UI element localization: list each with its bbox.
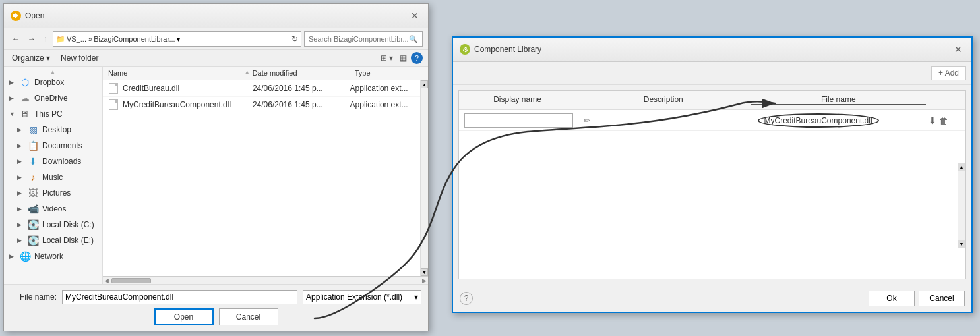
comp-icon: ⚙ bbox=[460, 44, 470, 55]
filetype-dropdown-icon: ▾ bbox=[414, 293, 418, 302]
expand-icon: ▶ bbox=[17, 237, 24, 244]
pictures-icon: 🖼 bbox=[28, 188, 38, 198]
sidebar-item-videos[interactable]: ▶ 📹 Videos bbox=[4, 201, 102, 217]
file-date-1: 24/06/2016 1:45 p... bbox=[253, 84, 350, 93]
comp-action-cell: ⬇ 🗑 bbox=[926, 115, 965, 126]
sidebar-label-pictures: Pictures bbox=[42, 188, 71, 198]
sidebar-item-pictures[interactable]: ▶ 🖼 Pictures bbox=[4, 185, 102, 201]
col-date-header: Date modified bbox=[253, 69, 355, 77]
scroll-up-button[interactable]: ▲ bbox=[421, 80, 428, 88]
file-list: CreditBureau.dll 24/06/2016 1:45 p... Ap… bbox=[103, 80, 420, 276]
location-bar[interactable]: 📁 VS_... » BizagiComponentLibrar... ▾ ↻ bbox=[53, 31, 301, 47]
col-display-name-header: Display name bbox=[459, 95, 576, 105]
open-dialog-icon bbox=[11, 11, 21, 21]
dialog-body: ▲ ▶ ⬡ Dropbox ▶ ☁ OneDrive ▼ 🖥 This PC ▶… bbox=[4, 67, 428, 284]
new-folder-button[interactable]: New folder bbox=[55, 52, 104, 64]
sidebar-item-onedrive[interactable]: ▶ ☁ OneDrive bbox=[4, 90, 102, 106]
filetype-selector[interactable]: Application Extension (*.dll) ▾ bbox=[303, 290, 421, 304]
comp-cancel-button[interactable]: Cancel bbox=[919, 291, 965, 306]
download-button[interactable]: ⬇ bbox=[929, 115, 936, 126]
sidebar-item-network[interactable]: ▶ 🌐 Network bbox=[4, 248, 102, 264]
scroll-track bbox=[421, 88, 428, 268]
sidebar-item-music[interactable]: ▶ ♪ Music bbox=[4, 169, 102, 185]
file-type-2: Application ext... bbox=[350, 100, 415, 109]
sidebar-item-downloads[interactable]: ▶ ⬇ Downloads bbox=[4, 154, 102, 169]
comp-dialog-title: Component Library bbox=[474, 45, 541, 54]
file-name-1: CreditBureau.dll bbox=[123, 84, 253, 93]
back-button[interactable]: ← bbox=[9, 33, 22, 45]
sidebar-item-thispc[interactable]: ▼ 🖥 This PC bbox=[4, 106, 102, 122]
expand-icon: ▶ bbox=[17, 221, 24, 228]
delete-button[interactable]: 🗑 bbox=[939, 115, 948, 126]
file-list-scrollbar[interactable]: ▲ ▼ bbox=[420, 80, 428, 276]
scroll-down-button[interactable]: ▼ bbox=[421, 268, 428, 276]
file-list-header: Name ▲ Date modified Type bbox=[103, 67, 428, 80]
up-button[interactable]: ↑ bbox=[41, 33, 50, 45]
comp-file-cell: MyCreditBureauComponent.dll bbox=[752, 113, 927, 128]
expand-icon: ▶ bbox=[17, 206, 24, 212]
expand-icon: ▶ bbox=[17, 142, 24, 149]
sidebar-label-locale: Local Disk (E:) bbox=[42, 236, 94, 245]
cancel-button[interactable]: Cancel bbox=[219, 308, 278, 325]
comp-scroll-down[interactable]: ▼ bbox=[958, 240, 965, 248]
sidebar-label-dropbox: Dropbox bbox=[34, 78, 64, 87]
location-prefix: VS_... » bbox=[67, 35, 92, 43]
sidebar-item-dropbox[interactable]: ▶ ⬡ Dropbox bbox=[4, 74, 102, 90]
comp-display-cell bbox=[459, 113, 578, 128]
videos-icon: 📹 bbox=[28, 204, 38, 214]
expand-icon: ▶ bbox=[17, 190, 24, 196]
expand-icon: ▶ bbox=[9, 95, 16, 101]
search-bar[interactable]: 🔍 bbox=[304, 31, 423, 47]
file-icon bbox=[108, 83, 119, 94]
help-button[interactable]: ? bbox=[411, 52, 423, 64]
sidebar-item-locale[interactable]: ▶ 💽 Local Disk (E:) bbox=[4, 233, 102, 248]
dialog-footer: File name: Application Extension (*.dll)… bbox=[4, 284, 428, 331]
music-icon: ♪ bbox=[28, 172, 38, 182]
sidebar-item-desktop[interactable]: ▶ ▩ Desktop bbox=[4, 122, 102, 138]
localc-icon: 💽 bbox=[28, 219, 38, 230]
col-actions-header bbox=[926, 95, 965, 105]
open-button[interactable]: Open bbox=[154, 308, 214, 325]
open-dialog-title: Open bbox=[25, 11, 44, 20]
search-icon: 🔍 bbox=[409, 35, 418, 43]
view-options-button[interactable]: ⊞ ▾ bbox=[378, 52, 396, 64]
horizontal-scrollbar[interactable]: ◀ ▶ bbox=[103, 276, 428, 284]
refresh-button[interactable]: ↻ bbox=[291, 34, 298, 43]
expand-icon: ▶ bbox=[17, 126, 24, 133]
sidebar-label-desktop: Desktop bbox=[42, 125, 71, 134]
file-item[interactable]: MyCreditBureauComponent.dll 24/06/2016 1… bbox=[103, 97, 420, 113]
open-dialog-titlebar: Open ✕ bbox=[4, 4, 428, 28]
open-dialog: Open ✕ ← → ↑ 📁 VS_... » BizagiComponentL… bbox=[3, 3, 429, 331]
search-input[interactable] bbox=[309, 35, 409, 43]
edit-icon[interactable]: ✏ bbox=[584, 116, 590, 125]
display-name-input[interactable] bbox=[464, 113, 573, 128]
comp-help-button[interactable]: ? bbox=[460, 292, 473, 305]
filetype-label: Application Extension (*.dll) bbox=[306, 293, 402, 302]
expand-icon: ▶ bbox=[17, 174, 24, 181]
h-scroll-thumb[interactable] bbox=[111, 278, 151, 283]
comp-scroll-up[interactable]: ▲ bbox=[958, 163, 965, 171]
filename-input[interactable] bbox=[62, 290, 297, 304]
organize-button[interactable]: Organize ▾ bbox=[9, 52, 53, 64]
close-button[interactable]: ✕ bbox=[408, 9, 421, 22]
sidebar-item-documents[interactable]: ▶ 📋 Documents bbox=[4, 138, 102, 154]
file-item[interactable]: CreditBureau.dll 24/06/2016 1:45 p... Ap… bbox=[103, 80, 420, 97]
view-pane-button[interactable]: ▦ bbox=[397, 52, 410, 64]
forward-button[interactable]: → bbox=[25, 33, 38, 45]
sidebar-label-music: Music bbox=[42, 173, 63, 182]
dll-icon bbox=[109, 99, 118, 110]
sidebar-label-network: Network bbox=[34, 252, 63, 261]
add-component-button[interactable]: + Add bbox=[931, 66, 966, 80]
comp-ok-button[interactable]: Ok bbox=[869, 291, 915, 306]
comp-footer: ? Ok Cancel bbox=[453, 285, 971, 312]
col-name-header: Name bbox=[108, 69, 245, 77]
comp-table: Display name Description File name ✏ MyC… bbox=[458, 90, 966, 279]
component-library-dialog: ⚙ Component Library ✕ + Add Display name… bbox=[452, 36, 973, 313]
sidebar-label-documents: Documents bbox=[42, 141, 82, 150]
expand-icon: ▶ bbox=[9, 253, 16, 260]
location-dropdown[interactable]: ▾ bbox=[177, 36, 180, 43]
filename-label: File name: bbox=[11, 293, 57, 302]
documents-icon: 📋 bbox=[28, 140, 38, 151]
sidebar-item-localc[interactable]: ▶ 💽 Local Disk (C:) bbox=[4, 217, 102, 233]
comp-close-button[interactable]: ✕ bbox=[952, 43, 965, 56]
